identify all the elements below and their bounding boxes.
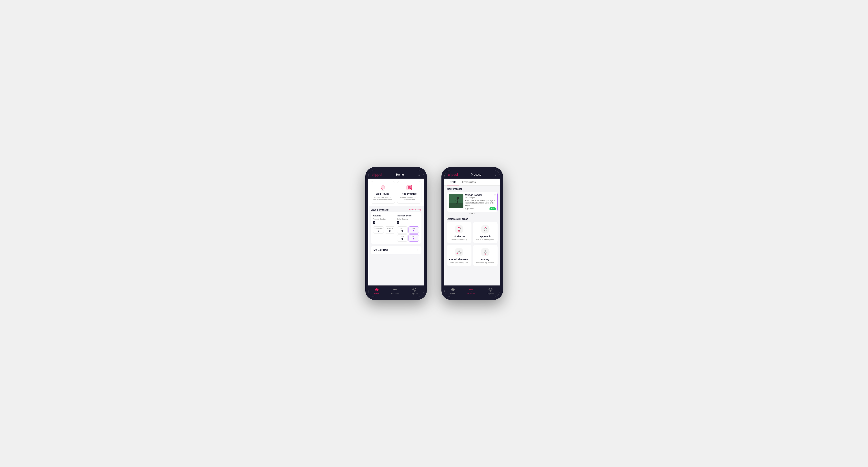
header-title: Home xyxy=(396,173,404,177)
practice-content: Most Popular xyxy=(444,186,500,285)
tournament-label: Tournament xyxy=(374,228,383,229)
add-practice-card[interactable]: Add Practice Capture your practice off-t… xyxy=(397,181,422,204)
dot-1 xyxy=(469,213,470,214)
tab-drills[interactable]: Drills xyxy=(447,179,460,185)
svg-point-38 xyxy=(490,289,491,290)
nav-home[interactable]: Home xyxy=(374,287,379,294)
skill-putting[interactable]: Putting Make and lag practice xyxy=(473,245,498,266)
drills-capture-value: 8 xyxy=(397,221,419,225)
stats-header: Last 3 Months View Activity xyxy=(368,206,424,212)
ott-box: OTT 0 xyxy=(397,226,407,234)
practice-tabs: Drills Favourites xyxy=(444,179,500,186)
rounds-title: Rounds xyxy=(373,215,395,217)
logo: clippd xyxy=(372,173,382,177)
practice-icon xyxy=(405,184,413,191)
practice-header-title: Practice xyxy=(471,173,481,177)
putting-desc: Make and lag practice xyxy=(476,261,494,264)
putting-icon xyxy=(480,247,490,257)
nav-capture[interactable]: Capture xyxy=(411,287,418,294)
popular-title: Most Popular xyxy=(447,188,498,190)
skill-off-the-tee[interactable]: Off The Tee Power and accuracy xyxy=(447,222,471,243)
drill-distance: 50–100 yds xyxy=(465,196,496,198)
svg-rect-2 xyxy=(407,185,412,190)
drills-block: Practice Drills Drills Capture 8 OTT 0 A… xyxy=(397,215,419,242)
home-bottom-nav: Home Activities Capture xyxy=(368,285,424,297)
activities-icon xyxy=(393,287,397,292)
off-the-tee-name: Off The Tee xyxy=(453,235,465,238)
drill-shots: 9 shots xyxy=(465,208,474,210)
drill-card[interactable]: ☆ Wedge Ladder 50–100 yds Play 1 shot at… xyxy=(447,192,498,212)
dot-2 xyxy=(471,213,473,214)
off-the-tee-desc: Power and accuracy xyxy=(451,239,467,241)
practice-bottom-nav: Home Activities Capture xyxy=(444,285,500,297)
practice-value: 0 xyxy=(386,229,394,232)
shots-icon xyxy=(465,208,468,210)
tournament-value: 0 xyxy=(374,229,383,232)
golf-bag-title: My Golf Bag xyxy=(374,249,388,251)
off-the-tee-icon xyxy=(454,224,464,234)
nav-activities2[interactable]: Activities xyxy=(467,287,475,294)
add-practice-title: Add Practice xyxy=(402,192,416,195)
svg-point-19 xyxy=(481,225,490,234)
explore-title: Explore skill areas xyxy=(444,217,500,222)
svg-point-0 xyxy=(381,190,385,191)
dot-3 xyxy=(474,213,475,214)
svg-point-25 xyxy=(455,248,463,256)
svg-point-17 xyxy=(459,231,460,232)
nav-activities[interactable]: Activities xyxy=(391,287,399,294)
practice-label: Practice xyxy=(386,228,394,229)
carousel-dots xyxy=(447,212,498,215)
svg-point-39 xyxy=(489,288,492,291)
stats-container: Rounds Rounds Capture 0 Tournament 0 Pra… xyxy=(371,212,422,244)
nav-home-label: Home xyxy=(374,292,379,294)
practice-header: clippd Practice ≡ xyxy=(444,170,500,179)
drill-description: Play 1 shot at each target yardage. If y… xyxy=(465,199,496,207)
nav-capture2-label: Capture xyxy=(487,292,494,294)
rounds-block: Rounds Rounds Capture 0 Tournament 0 Pra… xyxy=(373,215,395,242)
add-round-desc: Record your shots in fast or enhanced mo… xyxy=(373,196,393,201)
nav-activities-label: Activities xyxy=(391,292,399,294)
svg-point-7 xyxy=(413,288,416,291)
add-round-card[interactable]: Add Round Record your shots in fast or e… xyxy=(371,181,395,204)
add-practice-desc: Capture your practice off-the-course xyxy=(399,196,419,201)
drill-name: Wedge Ladder xyxy=(465,194,496,196)
svg-point-6 xyxy=(414,289,415,290)
stats-title: Last 3 Months xyxy=(371,208,389,211)
around-the-green-name: Around The Green xyxy=(449,258,469,260)
nav-home2[interactable]: Home xyxy=(450,287,455,294)
putt-label: PUTT xyxy=(410,236,418,238)
menu-icon[interactable]: ≡ xyxy=(418,173,420,177)
rounds-capture-value: 0 xyxy=(373,221,395,225)
home-content: Add Round Record your shots in fast or e… xyxy=(368,179,424,285)
putt-box: PUTT 4 xyxy=(408,235,419,242)
approach-desc: Dial-in to hit the green xyxy=(476,239,494,241)
drill-image xyxy=(449,194,463,208)
svg-rect-13 xyxy=(449,203,463,208)
practice-box: Practice 0 xyxy=(385,226,395,234)
approach-icon xyxy=(480,224,490,234)
around-the-green-desc: Hone your short game xyxy=(450,261,468,264)
view-activity-link[interactable]: View Activity xyxy=(409,208,422,211)
home-header: clippd Home ≡ xyxy=(368,170,424,179)
svg-point-31 xyxy=(481,248,490,256)
golf-bag-row[interactable]: My Golf Bag › xyxy=(371,246,422,254)
nav-capture-label: Capture xyxy=(411,292,418,294)
chevron-right-icon: › xyxy=(417,248,418,252)
skill-around-the-green[interactable]: Around The Green Hone your short game xyxy=(447,245,471,266)
activities-icon2 xyxy=(469,287,473,292)
nav-capture2[interactable]: Capture xyxy=(487,287,494,294)
practice-menu-icon[interactable]: ≡ xyxy=(494,173,496,177)
around-the-green-icon xyxy=(454,247,464,257)
star-icon[interactable]: ☆ xyxy=(494,193,496,196)
action-cards: Add Round Record your shots in fast or e… xyxy=(368,179,424,206)
home-icon xyxy=(375,287,379,292)
skill-approach[interactable]: Approach Dial-in to hit the green xyxy=(473,222,498,243)
tab-favourites[interactable]: Favourites xyxy=(459,179,479,185)
popular-section: Most Popular xyxy=(444,186,500,217)
svg-point-16 xyxy=(455,225,463,234)
drill-card-wrapper: ☆ Wedge Ladder 50–100 yds Play 1 shot at… xyxy=(447,192,498,212)
svg-point-14 xyxy=(457,197,459,199)
putting-name: Putting xyxy=(481,258,489,260)
drills-title: Practice Drills xyxy=(397,215,419,217)
tournament-box: Tournament 0 xyxy=(373,226,384,234)
